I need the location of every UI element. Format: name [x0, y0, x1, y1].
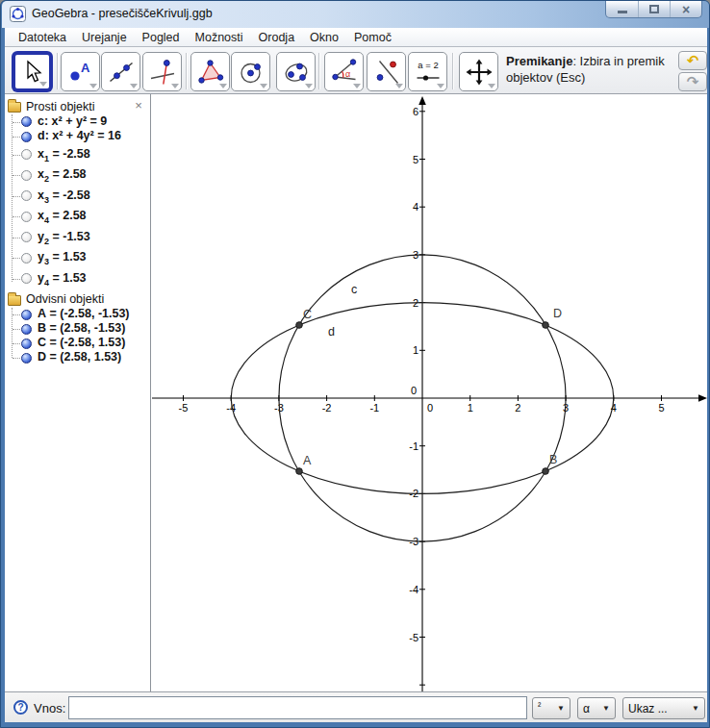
svg-text:A: A [81, 61, 90, 75]
object-visibility-marble[interactable] [21, 190, 32, 201]
tool-dropdown-icon[interactable] [260, 84, 267, 88]
point-A[interactable] [296, 468, 303, 475]
tool-angle-button[interactable]: α [324, 52, 364, 91]
tool-point-button[interactable]: A [61, 52, 100, 91]
algebra-item[interactable]: x3 = -2.58 [5, 186, 150, 207]
svg-text:a = 2: a = 2 [418, 60, 438, 70]
tool-perpendicular-line-button[interactable] [142, 52, 182, 91]
tool-dropdown-icon[interactable] [89, 84, 97, 88]
object-visibility-marble[interactable] [21, 232, 32, 242]
tool-dropdown-icon[interactable] [305, 84, 313, 88]
tool-line-button[interactable] [101, 52, 140, 91]
x-tick-label: 1 [468, 402, 473, 414]
tool-dropdown-icon[interactable] [437, 84, 444, 88]
algebra-item[interactable]: y2 = -1.53 [5, 227, 150, 248]
graphics-view[interactable]: -5 -4 -3 -2 -1 0 1 2 3 4 5 6 5 4 3 2 1 0… [152, 94, 707, 691]
object-visibility-marble[interactable] [21, 170, 32, 181]
menu-item[interactable]: Pogled [135, 29, 188, 46]
y-tick-label: -5 [409, 632, 418, 643]
free-objects-section: Prosti objekti c: x² + y² = 9 d: x² + 4y… [5, 98, 150, 289]
tree-branch [13, 175, 20, 176]
object-visibility-marble[interactable] [21, 132, 32, 142]
tool-slider-button[interactable]: a = 2 [408, 52, 447, 91]
point-B[interactable] [543, 468, 549, 475]
greek-letter-dropdown[interactable]: α▼ [577, 697, 616, 719]
y-axis-arrow-icon [418, 96, 426, 105]
menu-item[interactable]: Orodja [251, 29, 303, 46]
algebra-item[interactable]: x2 = 2.58 [5, 165, 150, 187]
point-label-D: D [553, 307, 562, 320]
object-visibility-marble[interactable] [21, 253, 32, 264]
tool-move-canvas-button[interactable] [459, 52, 498, 91]
algebra-item[interactable]: y4 = 1.53 [5, 268, 150, 289]
tool-dropdown-icon[interactable] [353, 84, 361, 88]
object-visibility-marble[interactable] [21, 149, 32, 160]
minimize-button[interactable] [606, 1, 638, 17]
tool-dropdown-icon[interactable] [171, 84, 179, 88]
undo-button[interactable]: ↶ [678, 51, 707, 70]
object-visibility-marble[interactable] [21, 273, 32, 284]
object-visibility-marble[interactable] [21, 310, 32, 320]
algebra-item[interactable]: d: x² + 4y² = 16 [5, 130, 150, 145]
toolbar-separator [318, 53, 319, 89]
graphics-canvas[interactable]: -5 -4 -3 -2 -1 0 1 2 3 4 5 6 5 4 3 2 1 0… [152, 94, 707, 691]
x-tick-label: 2 [515, 402, 520, 414]
angle-icon: α [330, 58, 359, 87]
object-visibility-marble[interactable] [21, 116, 32, 127]
menu-item[interactable]: Možnosti [188, 29, 251, 46]
algebra-item[interactable]: A = (-2.58, -1.53) [5, 308, 150, 322]
menu-item[interactable]: Datoteka [11, 29, 74, 46]
object-visibility-marble[interactable] [21, 212, 32, 222]
x-tick-label: -2 [322, 402, 332, 414]
tree-branch [13, 238, 20, 238]
tool-dropdown-icon[interactable] [488, 84, 495, 88]
section-title: Odvisni objekti [26, 292, 104, 306]
window-title: GeoGebra - presečiščeKrivulj.ggb [32, 7, 213, 20]
point-C[interactable] [296, 322, 303, 329]
polygon-icon [196, 58, 225, 87]
redo-button[interactable]: ↷ [678, 72, 707, 91]
point-label-A: A [303, 454, 312, 467]
algebra-item[interactable]: y3 = 1.53 [5, 248, 150, 269]
algebra-item[interactable]: x4 = 2.58 [5, 207, 150, 228]
input-help-button[interactable]: ? [13, 700, 28, 715]
tool-polygon-button[interactable] [190, 52, 230, 91]
tree-branch [13, 155, 20, 156]
free-objects-header[interactable]: Prosti objekti [5, 98, 150, 114]
object-label: d: x² + 4y² = 16 [38, 129, 121, 145]
object-visibility-marble[interactable] [21, 339, 32, 349]
exponent-dropdown[interactable]: ²▼ [532, 697, 571, 719]
tool-circle-button[interactable] [231, 52, 270, 91]
tool-dropdown-icon[interactable] [219, 84, 227, 88]
menu-item[interactable]: Okno [302, 29, 346, 46]
circle-center-point-icon [237, 58, 266, 87]
tool-dropdown-icon[interactable] [39, 82, 47, 87]
ellipse-icon [282, 58, 311, 87]
move-canvas-icon [465, 58, 494, 87]
algebra-item[interactable]: D = (2.58, 1.53) [5, 351, 150, 365]
command-dropdown[interactable]: Ukaz ...▼ [622, 697, 705, 719]
menu-item[interactable]: Pomoč [346, 29, 399, 46]
point-D[interactable] [543, 322, 549, 329]
algebra-item[interactable]: c: x² + y² = 9 [5, 114, 150, 130]
menu-item[interactable]: Urejanje [74, 29, 135, 46]
title-bar[interactable]: GeoGebra - presečiščeKrivulj.ggb × [2, 1, 710, 28]
tool-conic-button[interactable] [276, 52, 316, 91]
input-bar: ? Vnos: ²▼ α▼ Ukaz ...▼ [5, 691, 707, 722]
algebra-item[interactable]: B = (2.58, -1.53) [5, 322, 150, 337]
close-icon: × [682, 2, 690, 17]
algebra-item[interactable]: C = (-2.58, 1.53) [5, 337, 150, 351]
tool-dropdown-icon[interactable] [130, 84, 138, 88]
chevron-down-icon: ▼ [692, 704, 699, 713]
object-label: x1 = -2.58 [38, 147, 90, 163]
tool-move-button[interactable] [13, 52, 52, 91]
dependent-objects-header[interactable]: Odvisni objekti [5, 291, 150, 308]
object-visibility-marble[interactable] [21, 324, 32, 335]
algebra-item[interactable]: x1 = -2.58 [5, 144, 150, 165]
close-button[interactable]: × [670, 1, 701, 17]
tool-mirror-button[interactable] [367, 52, 406, 91]
command-input[interactable] [68, 696, 527, 719]
object-visibility-marble[interactable] [21, 353, 32, 364]
tool-dropdown-icon[interactable] [395, 84, 403, 88]
maximize-button[interactable] [638, 1, 670, 17]
